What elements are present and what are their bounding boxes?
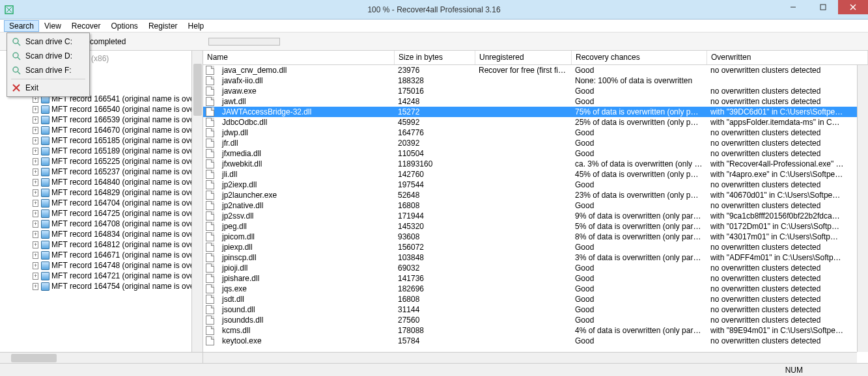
list-row[interactable]: javafx-iio.dll188328None: 100% of data i… (203, 75, 868, 86)
column-header-recovery-chances[interactable]: Recovery chances (572, 51, 707, 64)
tree-item[interactable]: +MFT record 164840 (original name is ove… (0, 177, 203, 187)
cell-overwritten: with "43017m01" in C:\Users\Softp… (707, 232, 868, 241)
list-row[interactable]: jsdt.dll16808Goodno overwritten clusters… (203, 294, 868, 304)
list-horizontal-scrollbar[interactable] (203, 352, 857, 363)
expand-toggle[interactable]: + (33, 168, 38, 176)
folder-icon (41, 189, 49, 197)
tree-item[interactable]: +MFT record 164829 (original name is ove… (0, 187, 203, 198)
folder-icon (41, 157, 49, 166)
expand-toggle[interactable]: + (33, 148, 38, 155)
tree-item[interactable]: +MFT record 164670 (original name is ove… (0, 125, 203, 135)
column-header-overwritten[interactable]: Overwritten (707, 51, 868, 64)
expand-toggle[interactable]: + (33, 106, 38, 113)
expand-toggle[interactable]: + (33, 158, 38, 165)
list-row[interactable]: jawt.dll14248Goodno overwritten clusters… (203, 96, 868, 107)
menu-item-scan-drive-d-[interactable]: Scan drive D: (8, 49, 88, 63)
tree-label: MFT record 165225 (original name is over… (51, 157, 203, 166)
tree-item[interactable]: +MFT record 164834 (original name is ove… (0, 229, 203, 239)
column-header-unregistered[interactable]: Unregistered (475, 51, 572, 64)
list-row[interactable]: jp2launcher.exe5264823% of data is overw… (203, 190, 868, 200)
column-header-size-in-bytes[interactable]: Size in bytes (395, 51, 475, 64)
file-icon (206, 232, 216, 241)
expand-toggle[interactable]: + (33, 116, 38, 124)
list-row[interactable]: jli.dll14276045% of data is overwritten … (203, 169, 868, 180)
tree-item[interactable]: +MFT record 164725 (original name is ove… (0, 208, 203, 219)
menu-item-scan-drive-c-[interactable]: Scan drive C: (8, 34, 88, 49)
list-row[interactable]: javaw.exe175016Goodno overwritten cluste… (203, 86, 868, 96)
list-row[interactable]: jpiexp.dll156072Goodno overwritten clust… (203, 242, 868, 252)
cell-size: 175016 (394, 87, 475, 96)
list-row[interactable]: java_crw_demo.dll23976Recover for free (… (203, 65, 868, 75)
expand-toggle[interactable]: + (33, 210, 38, 217)
expand-toggle[interactable]: + (33, 189, 38, 196)
list-row[interactable]: jfxwebkit.dll11893160ca. 3% of data is o… (203, 159, 868, 169)
list-row[interactable]: JdbcOdbc.dll4599225% of data is overwrit… (203, 117, 868, 128)
cell-size: 110504 (394, 149, 475, 158)
minimize-button[interactable] (778, 0, 808, 14)
cell-recovery: 45% of data is overwritten (only par… (571, 170, 707, 179)
tree-item[interactable]: +MFT record 165185 (original name is ove… (0, 135, 203, 146)
tree-item[interactable]: +MFT record 164708 (original name is ove… (0, 219, 203, 229)
cell-overwritten: with "89E94m01" in C:\Users\Softpe… (707, 326, 868, 335)
svg-line-8 (18, 72, 20, 74)
tree-horizontal-scrollbar[interactable] (0, 352, 203, 363)
cell-overwritten: with "r4apro.exe" in C:\Users\Softpe… (707, 170, 868, 179)
list-row[interactable]: JAWTAccessBridge-32.dll1527275% of data … (203, 107, 868, 117)
tree-item[interactable]: +MFT record 164812 (original name is ove… (0, 239, 203, 250)
list-row[interactable]: jp2iexp.dll197544Goodno overwritten clus… (203, 180, 868, 190)
tree-item[interactable]: +MFT record 165189 (original name is ove… (0, 146, 203, 156)
list-row[interactable]: jsoundds.dll27560Goodno overwritten clus… (203, 315, 868, 325)
list-row[interactable]: jpinscp.dll1038483% of data is overwritt… (203, 252, 868, 263)
menu-item-scan-drive-f-[interactable]: Scan drive F: (8, 63, 88, 77)
tree-label: MFT record 166540 (original name is over… (51, 105, 203, 114)
expand-toggle[interactable]: + (33, 262, 38, 269)
menu-register[interactable]: Register (143, 20, 183, 32)
expand-toggle[interactable]: + (33, 200, 38, 207)
list-row[interactable]: kcms.dll1780884% of data is overwritten … (203, 325, 868, 336)
column-header-name[interactable]: Name (203, 51, 395, 64)
expand-toggle[interactable]: + (33, 252, 38, 259)
list-vertical-scrollbar[interactable] (857, 65, 868, 352)
maximize-button[interactable] (808, 0, 838, 14)
tree-item[interactable]: +MFT record 164704 (original name is ove… (0, 198, 203, 208)
magnifier-icon (11, 51, 21, 61)
list-row[interactable]: jfr.dll20392Goodno overwritten clusters … (203, 138, 868, 148)
expand-toggle[interactable]: + (33, 241, 38, 248)
tree-item[interactable]: +MFT record 165225 (original name is ove… (0, 156, 203, 167)
expand-toggle[interactable]: + (33, 127, 38, 134)
list-row[interactable]: jp2native.dll16808Goodno overwritten clu… (203, 200, 868, 211)
expand-toggle[interactable]: + (33, 273, 38, 280)
svg-line-4 (18, 43, 20, 46)
list-row[interactable]: jsound.dll31144Goodno overwritten cluste… (203, 304, 868, 315)
tree-item[interactable]: +MFT record 164754 (original name is ove… (0, 281, 203, 291)
expand-toggle[interactable]: + (33, 221, 38, 228)
expand-toggle[interactable]: + (33, 137, 38, 144)
menu-help[interactable]: Help (183, 20, 210, 32)
expand-toggle[interactable]: + (33, 231, 38, 238)
close-button[interactable] (838, 0, 868, 14)
list-row[interactable]: jpishare.dll141736Goodno overwritten clu… (203, 273, 868, 284)
tree-item[interactable]: +MFT record 164748 (original name is ove… (0, 260, 203, 271)
list-row[interactable]: jp2ssv.dll1719449% of data is overwritte… (203, 211, 868, 221)
list-row[interactable]: jqs.exe182696Goodno overwritten clusters… (203, 284, 868, 294)
menu-recover[interactable]: Recover (66, 20, 106, 32)
list-row[interactable]: jpicom.dll936088% of data is overwritten… (203, 232, 868, 242)
list-row[interactable]: keytool.exe15784Goodno overwritten clust… (203, 336, 868, 346)
tree-item[interactable]: +MFT record 166539 (original name is ove… (0, 114, 203, 125)
list-row[interactable]: jdwp.dll164776Goodno overwritten cluster… (203, 128, 868, 138)
tree-item[interactable]: +MFT record 164721 (original name is ove… (0, 271, 203, 281)
list-row[interactable]: jfxmedia.dll110504Goodno overwritten clu… (203, 148, 868, 159)
expand-toggle[interactable]: + (33, 283, 38, 290)
menu-item-exit[interactable]: Exit (8, 81, 88, 95)
menu-view[interactable]: View (39, 20, 66, 32)
cell-size: 93608 (394, 232, 475, 241)
tree-vertical-scrollbar[interactable] (191, 51, 203, 352)
list-row[interactable]: jpeg.dll1453205% of data is overwritten … (203, 221, 868, 232)
menu-options[interactable]: Options (106, 20, 143, 32)
tree-item[interactable]: +MFT record 164671 (original name is ove… (0, 250, 203, 260)
tree-item[interactable]: +MFT record 166540 (original name is ove… (0, 104, 203, 114)
menu-search[interactable]: Search (4, 20, 39, 32)
tree-item[interactable]: +MFT record 165237 (original name is ove… (0, 167, 203, 177)
list-row[interactable]: jpioji.dll69032Goodno overwritten cluste… (203, 263, 868, 273)
expand-toggle[interactable]: + (33, 179, 38, 186)
